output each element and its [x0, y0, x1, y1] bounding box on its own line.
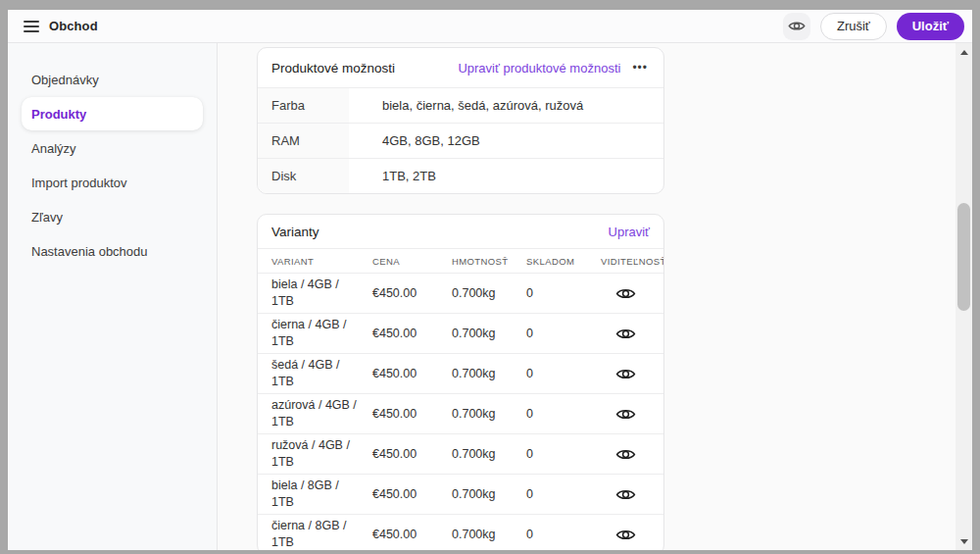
- product-options-card: Produktové možnosti Upraviť produktové m…: [257, 47, 664, 194]
- variant-row: ružová / 4GB / 1TB€450.000.700kg0: [258, 433, 663, 474]
- preview-button[interactable]: [783, 13, 810, 40]
- visibility-toggle-button[interactable]: [601, 487, 650, 502]
- eye-icon: [615, 487, 636, 502]
- variant-row: čierna / 8GB / 1TB€450.000.700kg0: [258, 514, 663, 550]
- vertical-scrollbar[interactable]: [956, 43, 972, 550]
- scroll-down-arrow-icon[interactable]: [956, 534, 972, 548]
- variant-stock: 0: [526, 487, 601, 501]
- menu-icon[interactable]: [24, 21, 39, 32]
- eye-icon: [615, 447, 636, 462]
- sidebar-item-analyzy[interactable]: Analýzy: [22, 131, 203, 165]
- variant-name: čierna / 4GB / 1TB: [271, 317, 372, 351]
- visibility-toggle-button[interactable]: [601, 407, 650, 422]
- options-card-title: Produktové možnosti: [271, 61, 395, 76]
- variant-name: šedá / 4GB / 1TB: [271, 357, 372, 391]
- eye-icon: [615, 528, 636, 542]
- more-options-icon[interactable]: •••: [632, 62, 650, 74]
- variant-row: azúrová / 4GB / 1TB€450.000.700kg0: [258, 393, 663, 433]
- option-value: 4GB, 8GB, 12GB: [349, 124, 663, 158]
- eye-icon: [615, 407, 636, 422]
- variant-row: šedá / 4GB / 1TB€450.000.700kg0: [258, 353, 663, 393]
- variant-name: čierna / 8GB / 1TB: [271, 518, 372, 551]
- variants-card-title: Varianty: [271, 225, 319, 239]
- main-content: Produktové možnosti Upraviť produktové m…: [218, 43, 956, 550]
- eye-icon: [615, 327, 636, 341]
- eye-icon: [788, 20, 806, 32]
- variant-row: biela / 8GB / 1TB€450.000.700kg0: [258, 474, 663, 514]
- variant-weight: 0.700kg: [452, 447, 526, 461]
- variant-price: €450.00: [372, 286, 452, 300]
- sidebar-item-import-produktov[interactable]: Import produktov: [22, 166, 203, 199]
- variant-price: €450.00: [372, 327, 452, 340]
- edit-variants-link[interactable]: Upraviť: [609, 225, 650, 239]
- visibility-toggle-button[interactable]: [601, 327, 650, 341]
- eye-icon: [615, 367, 636, 381]
- option-row: Disk 1TB, 2TB: [258, 158, 663, 193]
- variant-stock: 0: [526, 528, 601, 541]
- variant-name: biela / 4GB / 1TB: [271, 277, 372, 311]
- variant-weight: 0.700kg: [452, 286, 526, 300]
- sidebar: Objednávky Produkty Analýzy Import produ…: [8, 43, 218, 550]
- cancel-button[interactable]: Zrušiť: [820, 13, 887, 40]
- variant-weight: 0.700kg: [452, 327, 526, 340]
- visibility-toggle-button[interactable]: [601, 286, 650, 301]
- visibility-toggle-button[interactable]: [601, 447, 650, 462]
- scroll-up-arrow-icon[interactable]: [956, 45, 972, 59]
- variant-price: €450.00: [372, 367, 452, 380]
- sidebar-item-objednavky[interactable]: Objednávky: [22, 63, 203, 96]
- app-window: Obchod Zrušiť Uložiť Objednávky Produkty…: [8, 10, 972, 550]
- variant-weight: 0.700kg: [452, 487, 526, 501]
- top-bar: Obchod Zrušiť Uložiť: [8, 10, 972, 43]
- save-button[interactable]: Uložiť: [897, 13, 964, 40]
- variant-price: €450.00: [372, 528, 452, 541]
- variant-stock: 0: [526, 447, 601, 461]
- variant-price: €450.00: [372, 447, 452, 461]
- column-header-viditelnost: Viditeľnosť: [601, 256, 664, 267]
- column-header-hmotnost: Hmotnosť: [452, 256, 526, 267]
- visibility-toggle-button[interactable]: [601, 528, 650, 542]
- visibility-toggle-button[interactable]: [601, 367, 650, 381]
- column-header-variant: Variant: [271, 256, 372, 267]
- eye-icon: [615, 286, 636, 301]
- option-row: RAM 4GB, 8GB, 12GB: [258, 123, 663, 158]
- column-header-skladom: Skladom: [526, 256, 601, 267]
- variant-name: biela / 8GB / 1TB: [271, 478, 372, 512]
- variants-table-header: Variant Cena Hmotnosť Skladom Viditeľnos…: [258, 248, 663, 273]
- variant-row: čierna / 4GB / 1TB€450.000.700kg0: [258, 313, 663, 353]
- option-label: Farba: [258, 88, 349, 123]
- option-label: Disk: [258, 159, 349, 193]
- variant-price: €450.00: [372, 407, 452, 421]
- variant-weight: 0.700kg: [452, 367, 526, 380]
- variant-row: biela / 4GB / 1TB€450.000.700kg0: [258, 273, 663, 313]
- variant-stock: 0: [526, 407, 601, 421]
- option-value: biela, čierna, šedá, azúrová, ružová: [349, 88, 663, 123]
- column-header-cena: Cena: [372, 256, 452, 267]
- sidebar-item-produkty[interactable]: Produkty: [22, 97, 203, 130]
- edit-product-options-link[interactable]: Upraviť produktové možnosti: [458, 61, 620, 76]
- variant-name: azúrová / 4GB / 1TB: [271, 397, 372, 431]
- variant-name: ružová / 4GB / 1TB: [271, 437, 372, 472]
- variant-price: €450.00: [372, 487, 452, 501]
- option-row: Farba biela, čierna, šedá, azúrová, ružo…: [258, 87, 663, 123]
- option-value: 1TB, 2TB: [349, 159, 663, 193]
- variant-weight: 0.700kg: [452, 407, 526, 421]
- sidebar-item-zlavy[interactable]: Zľavy: [22, 200, 203, 233]
- variant-stock: 0: [526, 327, 601, 340]
- variants-card: Varianty Upraviť Variant Cena Hmotnosť S…: [257, 214, 664, 550]
- option-label: RAM: [258, 124, 349, 158]
- scrollbar-thumb[interactable]: [957, 203, 970, 311]
- variant-weight: 0.700kg: [452, 528, 526, 541]
- variant-stock: 0: [526, 367, 601, 380]
- sidebar-item-nastavenia-obchodu[interactable]: Nastavenia obchodu: [22, 234, 203, 268]
- page-title: Obchod: [49, 19, 98, 33]
- variant-stock: 0: [526, 286, 601, 300]
- topbar-actions: Zrušiť Uložiť: [783, 13, 964, 40]
